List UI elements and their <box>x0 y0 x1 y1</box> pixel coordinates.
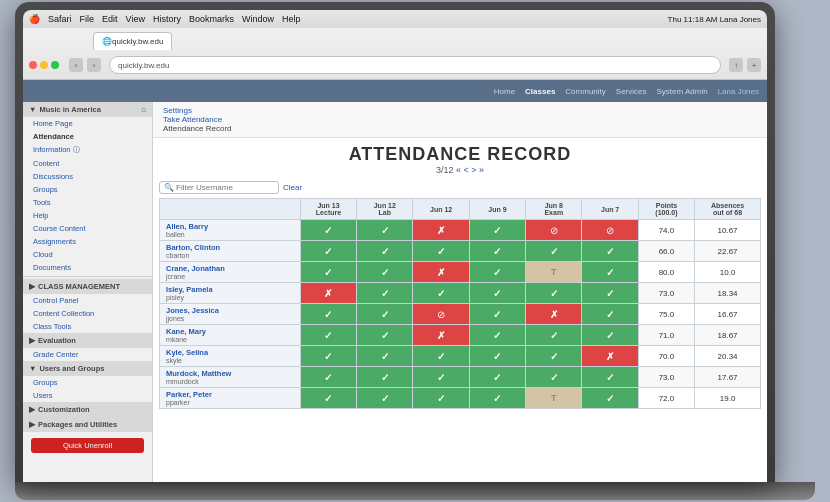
topnav-community[interactable]: Community <box>565 87 605 96</box>
cell-jun13[interactable]: ✓ <box>300 241 356 262</box>
cell-jun12lab[interactable]: ✓ <box>357 241 413 262</box>
cell-jun7[interactable]: ✓ <box>582 283 638 304</box>
sidebar-item-information[interactable]: Information ⓘ <box>23 143 152 157</box>
sidebar-item-content[interactable]: Content <box>23 157 152 170</box>
cell-jun12lab[interactable]: ✓ <box>357 367 413 388</box>
cell-jun13[interactable]: ✓ <box>300 220 356 241</box>
cell-jun12lab[interactable]: ✓ <box>357 346 413 367</box>
cell-jun9[interactable]: ✓ <box>469 283 525 304</box>
cell-jun9[interactable]: ✓ <box>469 346 525 367</box>
active-tab[interactable]: 🌐 quickly.bw.edu <box>93 32 172 50</box>
sidebar-item-attendance[interactable]: Attendance <box>23 130 152 143</box>
cell-jun12[interactable]: ✗ <box>413 325 469 346</box>
menu-file[interactable]: File <box>80 14 95 24</box>
topnav-classes[interactable]: Classes <box>525 87 555 96</box>
pagination-next-button[interactable]: > <box>471 165 476 175</box>
cell-jun13[interactable]: ✓ <box>300 325 356 346</box>
menu-edit[interactable]: Edit <box>102 14 118 24</box>
cell-jun12[interactable]: ✓ <box>413 367 469 388</box>
sidebar-item-groups[interactable]: Groups <box>23 183 152 196</box>
name-cell[interactable]: Isley, Pamelapisley <box>160 283 301 304</box>
cell-jun7[interactable]: ✓ <box>582 304 638 325</box>
forward-button[interactable]: › <box>87 58 101 72</box>
back-button[interactable]: ‹ <box>69 58 83 72</box>
breadcrumb-take-attendance[interactable]: Take Attendance <box>163 115 222 124</box>
menu-view[interactable]: View <box>126 14 145 24</box>
url-bar[interactable]: quickly.bw.edu <box>109 56 721 74</box>
menu-window[interactable]: Window <box>242 14 274 24</box>
sidebar-class-mgmt-header[interactable]: ▶ CLASS MANAGEMENT <box>23 279 152 294</box>
sidebar-item-groups2[interactable]: Groups <box>23 376 152 389</box>
pagination-last-button[interactable]: » <box>479 165 484 175</box>
fullscreen-window-button[interactable] <box>51 61 59 69</box>
name-cell[interactable]: Allen, Barryballen <box>160 220 301 241</box>
share-button[interactable]: ↑ <box>729 58 743 72</box>
cell-jun13[interactable]: ✓ <box>300 388 356 409</box>
cell-jun7[interactable]: ✓ <box>582 325 638 346</box>
topnav-home[interactable]: Home <box>494 87 515 96</box>
cell-jun7[interactable]: ✓ <box>582 367 638 388</box>
sidebar-item-tools[interactable]: Tools <box>23 196 152 209</box>
menu-safari[interactable]: Safari <box>48 14 72 24</box>
cell-jun12[interactable]: ✗ <box>413 220 469 241</box>
cell-jun13[interactable]: ✗ <box>300 283 356 304</box>
apple-menu-icon[interactable]: 🍎 <box>29 14 40 24</box>
sidebar-customization-header[interactable]: ▶ Customization <box>23 402 152 417</box>
cell-jun9[interactable]: ✓ <box>469 367 525 388</box>
cell-jun12[interactable]: ✓ <box>413 241 469 262</box>
topnav-sysadmin[interactable]: System Admin <box>656 87 707 96</box>
sidebar-evaluation-header[interactable]: ▶ Evaluation <box>23 333 152 348</box>
name-cell[interactable]: Crane, Jonathanjcrane <box>160 262 301 283</box>
sidebar-packages-header[interactable]: ▶ Packages and Utilities <box>23 417 152 432</box>
cell-jun7[interactable]: ⊘ <box>582 220 638 241</box>
cell-jun8[interactable]: ⊘ <box>526 220 582 241</box>
sidebar-item-documents[interactable]: Documents <box>23 261 152 274</box>
name-cell[interactable]: Jones, Jessicajjones <box>160 304 301 325</box>
cell-jun8[interactable]: ✓ <box>526 346 582 367</box>
close-window-button[interactable] <box>29 61 37 69</box>
sidebar-item-users[interactable]: Users <box>23 389 152 402</box>
cell-jun12lab[interactable]: ✓ <box>357 325 413 346</box>
cell-jun13[interactable]: ✓ <box>300 346 356 367</box>
cell-jun8[interactable]: ✓ <box>526 241 582 262</box>
add-tab-button[interactable]: + <box>747 58 761 72</box>
filter-username-input[interactable] <box>176 183 256 192</box>
cell-jun8[interactable]: ✗ <box>526 304 582 325</box>
pagination-prev-button[interactable]: < <box>464 165 469 175</box>
cell-jun13[interactable]: ✓ <box>300 304 356 325</box>
sidebar-item-homepage[interactable]: Home Page <box>23 117 152 130</box>
cell-jun12lab[interactable]: ✓ <box>357 388 413 409</box>
menu-history[interactable]: History <box>153 14 181 24</box>
name-cell[interactable]: Barton, Clintoncbarton <box>160 241 301 262</box>
cell-jun7[interactable]: ✗ <box>582 346 638 367</box>
name-cell[interactable]: Kyle, Selinaskyle <box>160 346 301 367</box>
clear-filter-button[interactable]: Clear <box>283 183 302 192</box>
name-cell[interactable]: Murdock, Matthewmmurdock <box>160 367 301 388</box>
cell-jun8[interactable]: T <box>526 388 582 409</box>
topnav-services[interactable]: Services <box>616 87 647 96</box>
cell-jun8[interactable]: ✓ <box>526 283 582 304</box>
sidebar-users-header[interactable]: ▼ Users and Groups <box>23 361 152 376</box>
cell-jun9[interactable]: ✓ <box>469 304 525 325</box>
cell-jun8[interactable]: ✓ <box>526 325 582 346</box>
sidebar-item-control-panel[interactable]: Control Panel <box>23 294 152 307</box>
cell-jun12lab[interactable]: ✓ <box>357 304 413 325</box>
pagination-first-button[interactable]: « <box>456 165 461 175</box>
cell-jun9[interactable]: ✓ <box>469 388 525 409</box>
cell-jun12[interactable]: ✓ <box>413 283 469 304</box>
cell-jun9[interactable]: ✓ <box>469 325 525 346</box>
sidebar-item-assignments[interactable]: Assignments <box>23 235 152 248</box>
sidebar-item-discussions[interactable]: Discussions <box>23 170 152 183</box>
breadcrumb-settings[interactable]: Settings <box>163 106 192 115</box>
cell-jun12lab[interactable]: ✓ <box>357 262 413 283</box>
cell-jun13[interactable]: ✓ <box>300 367 356 388</box>
minimize-window-button[interactable] <box>40 61 48 69</box>
cell-jun9[interactable]: ✓ <box>469 220 525 241</box>
sidebar-item-help[interactable]: Help <box>23 209 152 222</box>
cell-jun12[interactable]: ✓ <box>413 346 469 367</box>
cell-jun9[interactable]: ✓ <box>469 241 525 262</box>
cell-jun9[interactable]: ✓ <box>469 262 525 283</box>
cell-jun7[interactable]: ✓ <box>582 388 638 409</box>
cell-jun7[interactable]: ✓ <box>582 262 638 283</box>
sidebar-item-cloud[interactable]: Cloud <box>23 248 152 261</box>
